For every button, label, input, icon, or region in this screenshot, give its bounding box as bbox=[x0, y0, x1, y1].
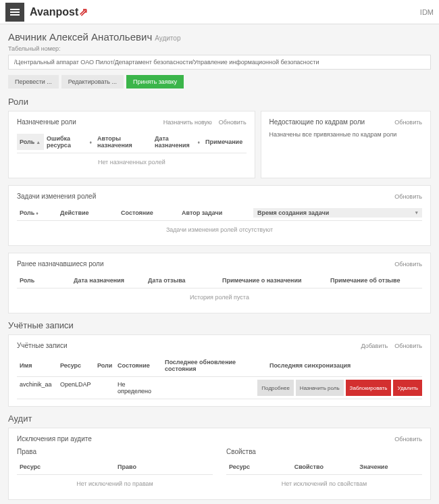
col-res-err[interactable]: Ошибка ресурса♦ bbox=[44, 134, 95, 150]
prev-col-dater[interactable]: Дата отзыва bbox=[145, 276, 220, 285]
acc-res: OpenLDAP bbox=[57, 380, 95, 396]
rights-col-right[interactable]: Право bbox=[115, 462, 213, 472]
acc-state: Не определено bbox=[115, 380, 162, 396]
acc-col-sync[interactable]: Последняя синхронизация bbox=[267, 357, 353, 374]
col-date[interactable]: Дата назначения♦ bbox=[152, 134, 203, 150]
tasks-col-time[interactable]: Время создания задачи▾ bbox=[253, 208, 422, 218]
assign-new-link[interactable]: Назначить новую bbox=[163, 119, 212, 126]
assigned-roles-title: Назначенные роли bbox=[17, 118, 76, 126]
tasks-title: Задачи изменения ролей bbox=[17, 193, 96, 200]
col-note[interactable]: Примечание bbox=[203, 134, 245, 150]
assign-role-button[interactable]: Назначить роль bbox=[296, 380, 344, 396]
assigned-empty: Нет назначенных ролей bbox=[17, 153, 247, 171]
col-authors[interactable]: Авторы назначения bbox=[95, 134, 152, 150]
rights-title: Права bbox=[17, 448, 213, 455]
tasks-col-action[interactable]: Действие bbox=[57, 208, 118, 218]
delete-button[interactable]: Удалить bbox=[393, 380, 422, 396]
acc-col-name[interactable]: Имя bbox=[17, 357, 57, 374]
prev-col-role[interactable]: Роль bbox=[17, 276, 71, 285]
props-col-prop[interactable]: Свойство bbox=[292, 462, 357, 472]
props-col-val[interactable]: Значение bbox=[357, 462, 422, 472]
prev-empty: История ролей пуста bbox=[17, 288, 422, 306]
audit-refresh-link[interactable]: Обновить bbox=[394, 436, 422, 443]
tasks-empty: Задачи изменения ролей отсутствуют bbox=[17, 221, 422, 238]
accounts-title: Учётные записи bbox=[17, 342, 68, 349]
acc-col-upd[interactable]: Последнее обновление состояния bbox=[162, 357, 267, 374]
rights-col-res[interactable]: Ресурс bbox=[17, 462, 115, 472]
account-row: avchinik_aa OpenLDAP Не определено Подро… bbox=[17, 377, 422, 399]
acc-col-roles[interactable]: Роли bbox=[95, 357, 115, 374]
missing-refresh-link[interactable]: Обновить bbox=[394, 119, 422, 126]
chevron-down-icon: ▾ bbox=[415, 210, 418, 216]
assigned-refresh-link[interactable]: Обновить bbox=[219, 119, 247, 126]
col-role[interactable]: Роль▲ bbox=[17, 134, 44, 150]
props-title: Свойства bbox=[226, 448, 422, 455]
prev-roles-title: Ранее назначавшиеся роли bbox=[17, 260, 104, 268]
logo: Avanpost⇗ bbox=[30, 5, 88, 18]
tasks-col-author[interactable]: Автор задачи bbox=[179, 208, 253, 218]
tasks-col-role[interactable]: Роль♦ bbox=[17, 208, 57, 218]
transfer-button[interactable]: Перевести ... bbox=[8, 75, 59, 89]
breadcrumb: /Центральный аппарат ОАО Пилот/Департаме… bbox=[8, 55, 431, 70]
block-button[interactable]: Заблокировать bbox=[346, 380, 392, 396]
roles-section-header: Роли bbox=[8, 97, 431, 107]
tasks-col-state[interactable]: Состояние bbox=[118, 208, 179, 218]
audit-title: Исключения при аудите bbox=[17, 435, 92, 443]
page-title: Авчиник Алексей АнатольевичАудитор bbox=[8, 31, 431, 43]
prev-col-notea[interactable]: Примечание о назначении bbox=[220, 276, 328, 285]
edit-button[interactable]: Редактировать ... bbox=[61, 75, 124, 89]
props-col-res[interactable]: Ресурс bbox=[226, 462, 292, 472]
acc-col-state[interactable]: Состояние bbox=[115, 357, 162, 374]
menu-button[interactable] bbox=[5, 3, 24, 22]
props-empty: Нет исключений по свойствам bbox=[226, 475, 422, 493]
prev-refresh-link[interactable]: Обновить bbox=[394, 261, 422, 268]
audit-section-header: Аудит bbox=[8, 413, 431, 424]
prev-col-datea[interactable]: Дата назначения bbox=[71, 276, 145, 285]
acc-name: avchinik_aa bbox=[17, 380, 57, 396]
more-button[interactable]: Подробнее bbox=[257, 380, 294, 396]
accounts-section-header: Учётные записи bbox=[8, 320, 431, 330]
missing-roles-text: Назначены все привязанные по кадрам роли bbox=[269, 131, 422, 138]
tasks-refresh-link[interactable]: Обновить bbox=[394, 193, 422, 200]
accept-button[interactable]: Принять заявку bbox=[126, 75, 184, 89]
acc-col-res[interactable]: Ресурс bbox=[57, 357, 95, 374]
prev-col-noter[interactable]: Примечание об отзыве bbox=[328, 276, 403, 285]
idm-label: IDM bbox=[420, 8, 434, 16]
accounts-refresh-link[interactable]: Обновить bbox=[394, 343, 422, 349]
missing-roles-title: Недостающие по кадрам роли bbox=[269, 118, 365, 126]
accounts-add-link[interactable]: Добавить bbox=[361, 343, 388, 349]
acc-roles bbox=[95, 380, 115, 396]
tab-number-label: Табельный номер: bbox=[8, 45, 431, 52]
rights-empty: Нет исключений по правам bbox=[17, 475, 213, 493]
